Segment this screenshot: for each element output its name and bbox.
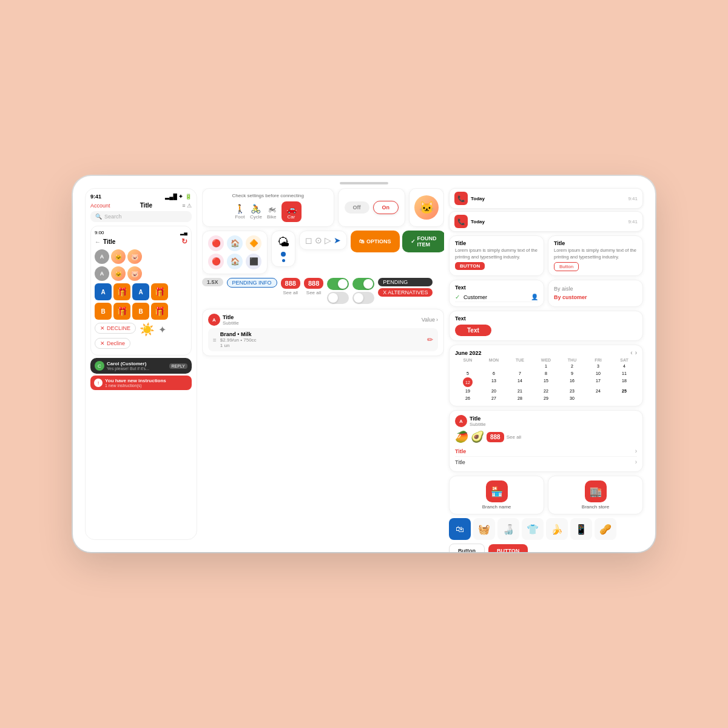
- btn-red-filled[interactable]: BUTTON: [488, 544, 528, 552]
- tc2-btn[interactable]: Button: [554, 262, 579, 271]
- letter-a-blue-2[interactable]: A: [132, 283, 149, 300]
- store-list-item-2[interactable]: Title ›: [455, 457, 637, 467]
- check-icon: ✓: [455, 294, 460, 300]
- cal-23[interactable]: 23: [559, 388, 585, 394]
- avatar-row-2: A 🐱 🐷: [95, 266, 187, 281]
- store-list-item-1[interactable]: Title ›: [455, 446, 637, 457]
- icon-red-1[interactable]: 🔴: [208, 235, 224, 251]
- sort-option-aisle[interactable]: By aisle: [554, 285, 637, 293]
- arrow-blue-icon[interactable]: ➤: [334, 235, 341, 245]
- store-subtitle: Subtitle: [470, 422, 486, 427]
- switch-on-2[interactable]: [352, 278, 374, 290]
- cal-27[interactable]: 27: [481, 395, 507, 402]
- weather-cloud: 🌤: [277, 235, 289, 249]
- reply-button[interactable]: REPLY: [169, 363, 187, 369]
- text-bubble-btn[interactable]: Text: [455, 325, 491, 336]
- see-all-2[interactable]: See all: [283, 290, 297, 295]
- avatar-a-2: A: [95, 266, 109, 281]
- cal-5[interactable]: 5: [455, 370, 480, 377]
- phone-notifs: 📞 Today 9:41 📞 Today 9:41: [449, 188, 643, 232]
- cal-14[interactable]: 14: [507, 377, 533, 387]
- icon-home-1[interactable]: 🏠: [227, 235, 243, 251]
- see-all-3[interactable]: See all: [306, 290, 321, 295]
- chat-text: Yes please! But if it's...: [107, 366, 149, 371]
- toggle-on[interactable]: On: [373, 201, 399, 214]
- cal-4[interactable]: 4: [612, 363, 637, 369]
- transport-foot[interactable]: 🚶 Foot: [235, 204, 245, 220]
- sort-option-customer[interactable]: By customer: [554, 293, 637, 302]
- btn-white-outline[interactable]: Button: [449, 544, 485, 552]
- switch-off-1[interactable]: [327, 292, 349, 304]
- circle-icon[interactable]: ⊙: [315, 235, 322, 245]
- cal-7[interactable]: 7: [507, 370, 533, 377]
- toggle-off[interactable]: Off: [345, 201, 369, 214]
- weather-dot-sm: [282, 259, 285, 262]
- transport-car[interactable]: 🚗 Car: [281, 201, 302, 222]
- transport-cycle[interactable]: 🚴 Cycle: [250, 204, 262, 220]
- cal-2[interactable]: 2: [559, 363, 585, 369]
- switch-off-2[interactable]: [352, 292, 374, 304]
- cal-21[interactable]: 21: [507, 388, 533, 394]
- weather-dot-blue: [281, 252, 286, 257]
- gift-orange-2[interactable]: 🎁: [151, 283, 168, 300]
- letter-b-orange[interactable]: B: [95, 303, 112, 320]
- cal-29[interactable]: 29: [533, 395, 559, 402]
- cal-16[interactable]: 16: [559, 377, 585, 387]
- icon-dark-1[interactable]: ⬛: [246, 254, 261, 269]
- cal-18[interactable]: 18: [612, 377, 637, 387]
- foot-label: Foot: [235, 214, 244, 220]
- cal-9[interactable]: 9: [559, 370, 585, 377]
- transport-bike[interactable]: 🏍 Bike: [267, 204, 277, 220]
- icon-home-2[interactable]: 🏠: [227, 254, 243, 269]
- found-item-button[interactable]: ✓ FOUND ITEM: [402, 231, 444, 252]
- prod-banana-icon: 🍌: [546, 518, 568, 540]
- cal-11[interactable]: 11: [612, 370, 637, 377]
- product-edit-icon[interactable]: ✏: [427, 335, 433, 344]
- cal-25[interactable]: 25: [612, 388, 637, 394]
- cal-next[interactable]: ›: [635, 349, 637, 356]
- cal-prev[interactable]: ‹: [630, 349, 632, 356]
- decline-button-1[interactable]: ✕ DECLINE: [95, 323, 136, 334]
- cal-8[interactable]: 8: [533, 370, 559, 377]
- cal-26[interactable]: 26: [455, 395, 480, 402]
- store-badge: 888: [487, 432, 504, 442]
- back-link[interactable]: Account: [90, 203, 110, 209]
- title-desc-row: Title Lorem ipsum is simply dummy text o…: [449, 235, 643, 276]
- cal-12-today[interactable]: 12: [463, 377, 473, 387]
- tc1-btn[interactable]: BUTTON: [455, 262, 485, 270]
- store-see-all[interactable]: See all: [507, 434, 521, 440]
- cal-13[interactable]: 13: [481, 377, 507, 387]
- cal-1[interactable]: 1: [533, 363, 559, 369]
- decline-button-2[interactable]: ✕ Decline: [95, 338, 130, 349]
- cycle-label: Cycle: [250, 214, 262, 220]
- letter-a-blue[interactable]: A: [95, 283, 112, 300]
- letter-b-orange-2[interactable]: B: [132, 303, 149, 320]
- cal-fri: FRI: [585, 358, 611, 362]
- switch-on-1[interactable]: [327, 278, 349, 290]
- gift-orange-4[interactable]: 🎁: [151, 303, 168, 320]
- icon-orange-1[interactable]: 🔶: [246, 235, 261, 251]
- content-layout: 9:41 ▂▄█ ✦ 🔋 Account Title ≡ ⚠ 🔍 Search: [85, 188, 643, 540]
- icon-red-2[interactable]: 🔴: [208, 254, 224, 269]
- gift-orange-3[interactable]: 🎁: [113, 303, 130, 320]
- search-box[interactable]: 🔍 Search: [90, 211, 192, 222]
- cal-28[interactable]: 28: [507, 395, 533, 402]
- cal-15[interactable]: 15: [533, 377, 559, 387]
- refresh-icon[interactable]: ↻: [181, 237, 187, 246]
- cal-10[interactable]: 10: [585, 370, 611, 377]
- cal-17[interactable]: 17: [585, 377, 611, 387]
- cal-24[interactable]: 24: [585, 388, 611, 394]
- gift-orange-1[interactable]: 🎁: [113, 283, 130, 300]
- cal-19[interactable]: 19: [455, 388, 480, 394]
- nav-bar: Account Title ≡ ⚠: [90, 202, 192, 209]
- cal-6[interactable]: 6: [481, 370, 507, 377]
- cal-3[interactable]: 3: [585, 363, 611, 369]
- cal-22[interactable]: 22: [533, 388, 559, 394]
- send-outline-icon[interactable]: ◻: [305, 235, 312, 245]
- cal-20[interactable]: 20: [481, 388, 507, 394]
- options-button[interactable]: 🛍 OPTIONS: [351, 231, 400, 252]
- pending-info-pill: PENDING INFO: [227, 278, 277, 288]
- arrow-grey-icon[interactable]: ▷: [325, 235, 331, 245]
- cal-30[interactable]: 30: [559, 395, 585, 402]
- back-arrow[interactable]: ←: [95, 238, 101, 245]
